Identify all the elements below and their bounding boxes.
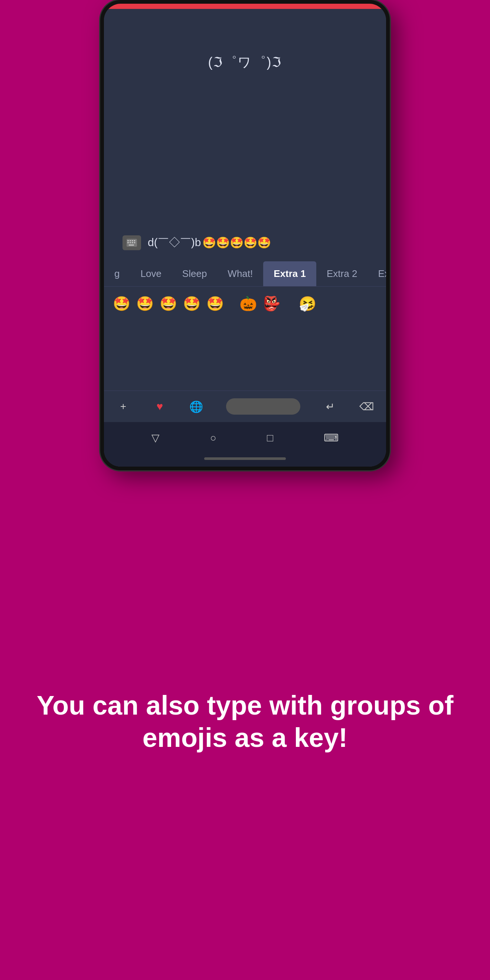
- home-indicator: [104, 453, 386, 467]
- plus-button[interactable]: +: [113, 396, 134, 417]
- tab-g[interactable]: g: [104, 261, 130, 286]
- nav-recent[interactable]: □: [259, 429, 281, 447]
- svg-rect-4: [134, 240, 135, 241]
- emoji-mask[interactable]: 🤧: [298, 294, 318, 313]
- keyboard-svg-icon: [127, 239, 137, 247]
- tab-sleep[interactable]: Sleep: [172, 261, 218, 286]
- nav-home[interactable]: ○: [203, 429, 224, 447]
- svg-rect-8: [134, 242, 135, 243]
- svg-rect-7: [132, 242, 133, 243]
- screen-content: (ℑ゜ワ゜)ℑ: [104, 9, 386, 467]
- emoji-starstruck-1[interactable]: 🤩: [111, 294, 132, 313]
- globe-button[interactable]: 🌐: [186, 396, 207, 417]
- kaomoji-header: (ℑ゜ワ゜)ℑ: [208, 54, 282, 72]
- svg-rect-2: [130, 240, 131, 241]
- nav-back[interactable]: ▽: [144, 429, 167, 447]
- svg-rect-6: [130, 242, 131, 243]
- svg-rect-1: [127, 240, 129, 241]
- tab-extra3[interactable]: Extra: [368, 261, 386, 286]
- system-nav: ▽ ○ □ ⌨: [104, 422, 386, 453]
- keyboard-toggle-icon[interactable]: [123, 235, 141, 250]
- svg-rect-5: [127, 242, 129, 243]
- category-tabs: g Love Sleep What! Extra 1 Extra 2 Extra: [104, 261, 386, 286]
- emoji-pumpkin[interactable]: 🎃: [238, 294, 258, 313]
- emoji-keyboard: 🤩 🤩 🤩 🤩 🤩 🎃 👺 🤧: [104, 286, 386, 390]
- emoji-goblin[interactable]: 👺: [261, 294, 282, 313]
- tab-what[interactable]: What!: [217, 261, 263, 286]
- typed-emojis: 🤩🤩🤩🤩🤩: [202, 236, 271, 249]
- emoji-grid-row-1: 🤩 🤩 🤩 🤩 🤩 🎃 👺 🤧: [111, 294, 379, 313]
- svg-rect-9: [129, 244, 134, 245]
- enter-button[interactable]: ↵: [320, 396, 341, 417]
- side-button-power: [388, 85, 390, 119]
- home-bar: [204, 457, 286, 460]
- top-bar: [104, 4, 386, 9]
- emoji-starstruck-3[interactable]: 🤩: [158, 294, 178, 313]
- emoji-starstruck-4[interactable]: 🤩: [181, 294, 202, 313]
- delete-button[interactable]: ⌫: [356, 396, 377, 417]
- nav-keyboard[interactable]: ⌨: [316, 429, 346, 447]
- svg-rect-3: [132, 240, 133, 241]
- tab-love[interactable]: Love: [130, 261, 172, 286]
- phone-frame: (ℑ゜ワ゜)ℑ: [100, 0, 390, 470]
- typed-text-content: d(￣◇￣)b 🤩🤩🤩🤩🤩: [148, 235, 271, 250]
- keyboard-toolbar: + ♥ 🌐 ↵ ⌫: [104, 390, 386, 422]
- typed-kaomoji: d(￣◇￣)b: [148, 235, 201, 250]
- bottom-text-section: You can also type with groups of emojis …: [0, 470, 490, 980]
- phone-wrapper: (ℑ゜ワ゜)ℑ: [100, 0, 390, 470]
- typed-text-row: d(￣◇￣)b 🤩🤩🤩🤩🤩: [119, 235, 371, 250]
- search-bar[interactable]: [226, 398, 300, 415]
- heart-button[interactable]: ♥: [149, 396, 170, 417]
- emoji-starstruck-2[interactable]: 🤩: [135, 294, 155, 313]
- bottom-headline: You can also type with groups of emojis …: [30, 689, 460, 754]
- emoji-starstruck-5[interactable]: 🤩: [205, 294, 225, 313]
- tab-extra1[interactable]: Extra 1: [263, 261, 316, 286]
- message-area: (ℑ゜ワ゜)ℑ: [104, 9, 386, 261]
- side-button-volume: [388, 134, 390, 160]
- tab-extra2[interactable]: Extra 2: [316, 261, 368, 286]
